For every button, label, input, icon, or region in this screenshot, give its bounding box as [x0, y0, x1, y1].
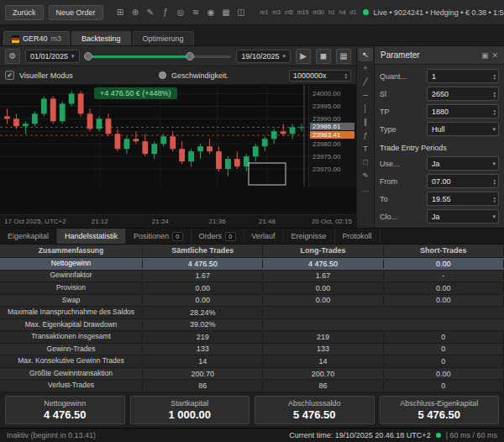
visual-mode-label: Visueller Modus	[19, 71, 73, 80]
stats-value: 0.00	[384, 370, 504, 378]
timeframe-m5[interactable]: m5	[283, 8, 295, 17]
stats-row-max-eigenkapital-drawdown[interactable]: Max. Eigenkapital Drawdown39.02%	[0, 319, 504, 332]
tab-handelsstatistik[interactable]: Handelsstatistik	[57, 229, 126, 244]
param-input-from[interactable]: 07.00▴▾	[427, 174, 499, 188]
zoom-icon[interactable]: ⊕	[129, 5, 143, 19]
tab-verlauf[interactable]: Verlauf	[244, 229, 284, 244]
stats-row-verlust-trades[interactable]: Verlust-Trades86860	[0, 380, 504, 392]
stats-row-gewinnfaktor[interactable]: Gewinnfaktor1.671.67-	[0, 271, 504, 283]
stats-row-gewinn-trades[interactable]: Gewinn-Trades1331330	[0, 344, 504, 356]
cursor-icon[interactable]: ↖	[358, 48, 373, 61]
stats-row-provision[interactable]: Provision0.000.000.00	[0, 282, 504, 295]
timeframe-m30[interactable]: m30	[311, 8, 326, 17]
param-input-type[interactable]: Hull▾	[427, 122, 499, 136]
param-input-quant[interactable]: 1▴▾	[427, 69, 499, 83]
end-date-input[interactable]: 19/10/2025 ▾	[236, 50, 291, 63]
freehand-icon[interactable]: ✎	[358, 169, 373, 182]
tab-protokoll[interactable]: Protokoll	[335, 229, 381, 244]
backtest-settings-button[interactable]: ⚙	[5, 49, 20, 64]
dropdown-arrow-icon[interactable]: ▾	[492, 160, 496, 167]
range-end-handle[interactable]	[186, 52, 194, 61]
tab-optimierung[interactable]: Optimierung	[133, 31, 194, 45]
templates-icon[interactable]: ≋	[189, 5, 203, 19]
param-value: 1	[432, 72, 436, 81]
time-axis[interactable]: 17 Oct 2025, UTC+221:1221:2421:3621:4820…	[0, 214, 356, 228]
tab-backtesting[interactable]: Backtesting	[71, 31, 131, 45]
more-tools-icon[interactable]: …	[358, 182, 373, 196]
back-button[interactable]: Zurück	[5, 5, 44, 20]
text-icon[interactable]: T	[358, 142, 373, 155]
dropdown-arrow-icon[interactable]: ▾	[492, 213, 496, 220]
crosshair-icon[interactable]: +	[358, 61, 373, 75]
chart-canvas[interactable]	[0, 85, 308, 187]
param-input-clo[interactable]: Ja▾	[427, 209, 499, 224]
param-label: Type	[380, 125, 427, 134]
param-input-tp[interactable]: 1880▴▾	[427, 104, 499, 118]
multi-chart-icon[interactable]: ◫	[234, 5, 249, 19]
stepper-arrows-icon[interactable]: ▴▾	[493, 196, 496, 203]
shapes-icon[interactable]: □	[358, 155, 373, 169]
stepper-arrows-icon[interactable]: ▴▾	[493, 73, 496, 80]
timeframe-h1[interactable]: h1	[327, 8, 337, 17]
dropdown-arrow-icon[interactable]: ▾	[492, 126, 496, 133]
stats-row-gr-te-gewinntransaktion[interactable]: Größte Gewinntransaktion200.70200.700.00	[0, 368, 504, 381]
stats-row-max-konsekutive-gewinn-trades[interactable]: Max. Konsekutive Gewinn Trades14140	[0, 355, 504, 368]
summary-card-abschluss-eigenkapital: Abschluss-Eigenkapital5 476.50	[380, 396, 500, 424]
new-chart-icon[interactable]: ⊞	[113, 5, 128, 19]
stop-button[interactable]: ◼	[316, 49, 331, 64]
horizontal-line-icon[interactable]: ─	[358, 88, 373, 102]
draw-tools-icon[interactable]: ✎	[144, 5, 158, 19]
stepper-arrows-icon[interactable]: ▴▾	[493, 178, 496, 185]
speed-slider-handle[interactable]	[159, 71, 166, 79]
stats-value: 133	[143, 345, 263, 353]
param-input-to[interactable]: 19.55▴▾	[427, 192, 499, 206]
param-label: Use...	[380, 160, 427, 168]
start-date-input[interactable]: 01/01/2025 ▾	[25, 50, 80, 63]
panel-close-icon[interactable]: ✕	[491, 51, 498, 60]
panel-dock-icon[interactable]: ▣	[481, 51, 489, 60]
param-input-sl[interactable]: 2650▴▾	[427, 87, 499, 101]
new-order-button[interactable]: Neue Order	[49, 5, 103, 20]
trend-line-icon[interactable]: ╱	[358, 75, 373, 88]
chart-area[interactable]: +4 476.50 € (+448%) 24000.0023995.002399…	[0, 85, 356, 228]
timeframe-m3[interactable]: m3	[270, 8, 282, 17]
objects-icon[interactable]: ◎	[174, 5, 188, 19]
calendar-button[interactable]: ▦	[336, 49, 351, 64]
stepper-arrows-icon[interactable]: ▴▾	[493, 91, 496, 97]
eye-icon[interactable]: ◉	[204, 5, 218, 19]
timeframe-m15[interactable]: m15	[296, 8, 311, 17]
stats-header-cell: Sämtliche Trades	[143, 246, 263, 255]
price-axis[interactable]: 24000.0023995.0023990.0023980.0023975.00…	[308, 85, 356, 187]
param-input-use[interactable]: Ja▾	[427, 156, 499, 171]
tab-positionen[interactable]: Positionen0	[126, 229, 191, 244]
stats-row-maximale-inanspruchnahme-des-saldos[interactable]: Maximale Inanspruchnahme des Saldos28.24…	[0, 307, 504, 319]
play-button[interactable]: ▶	[296, 49, 311, 64]
stats-value: -	[384, 271, 504, 280]
time-label: 21:36	[209, 218, 226, 225]
stats-value: 0.00	[143, 284, 263, 292]
timeframe-h4[interactable]: h4	[338, 8, 348, 17]
speed-value-input[interactable]: 1000000x ▴▾	[289, 70, 351, 82]
tab-orders[interactable]: Orders0	[192, 229, 244, 244]
indicators-icon[interactable]: ƒ	[159, 5, 173, 19]
tab-ereignisse[interactable]: Ereignisse	[284, 229, 335, 244]
stepper-arrows-icon[interactable]: ▴▾	[344, 72, 347, 79]
vertical-line-icon[interactable]: │	[358, 102, 373, 115]
grid-layout-icon[interactable]: ▦	[219, 5, 234, 19]
timeframe-d1[interactable]: d1	[349, 8, 359, 17]
timeframe-m1[interactable]: m1	[259, 8, 270, 17]
stats-value: 0.00	[263, 284, 383, 292]
tab-ger40-m3[interactable]: GER40 m3	[3, 31, 70, 45]
visual-mode-checkbox[interactable]: ✓	[5, 71, 14, 80]
stats-row-nettogewinn[interactable]: Nettogewinn4 476.504 476.500.00	[0, 258, 504, 271]
stats-row-transaktionen-insgesamt[interactable]: Transaktionen insgesamt2192190	[0, 331, 504, 344]
date-range-slider[interactable]	[85, 49, 232, 64]
range-start-handle[interactable]	[84, 52, 92, 61]
channel-icon[interactable]: ∥	[358, 115, 373, 129]
fibonacci-icon[interactable]: ƒ	[358, 129, 373, 142]
stats-row-swap[interactable]: Swap0.000.000.00	[0, 295, 504, 308]
tab-eigenkapital[interactable]: Eigenkapital	[0, 229, 57, 244]
stepper-arrows-icon[interactable]: ▴▾	[493, 108, 496, 115]
parameters-title: Parameter	[381, 50, 420, 60]
stats-label: Max. Konsekutive Gewinn Trades	[0, 357, 143, 366]
